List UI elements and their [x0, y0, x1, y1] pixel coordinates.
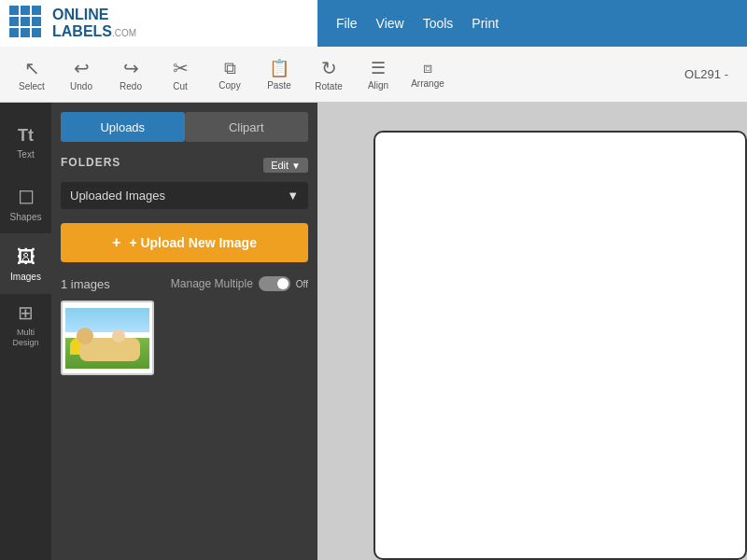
- shapes-icon: ◻: [18, 184, 35, 208]
- edit-label: Edit: [271, 160, 289, 171]
- sidebar-item-multi-design[interactable]: ⊞ MultiDesign: [0, 294, 51, 355]
- menu-view[interactable]: View: [376, 16, 404, 31]
- tab-uploads[interactable]: Uploads: [61, 112, 185, 142]
- sidebar-item-images[interactable]: 🖼 Images: [0, 233, 51, 294]
- arrange-label: Arrange: [411, 78, 444, 89]
- logo-text: ONLINE LABELS.COM: [52, 7, 136, 39]
- top-bar: ONLINE LABELS.COM File View Tools Print: [0, 0, 747, 47]
- align-label: Align: [368, 80, 388, 91]
- dropdown-chevron-icon: ▼: [287, 189, 299, 203]
- canvas-area: [317, 103, 747, 560]
- menu-tools[interactable]: Tools: [423, 16, 454, 31]
- upload-new-image-button[interactable]: + + Upload New Image: [61, 223, 308, 262]
- copy-label: Copy: [218, 80, 240, 91]
- tab-clipart[interactable]: Clipart: [185, 112, 309, 142]
- paste-tool[interactable]: 📋 Paste: [257, 51, 302, 98]
- text-label: Text: [17, 149, 34, 160]
- cut-label: Cut: [173, 81, 188, 91]
- main-area: Tt Text ◻ Shapes 🖼 Images ⊞ MultiDesign …: [0, 103, 747, 560]
- redo-icon: ↪: [123, 57, 139, 79]
- canvas-label: OL291 -: [684, 67, 738, 81]
- thumb-photo: [65, 308, 149, 369]
- sidebar-item-shapes[interactable]: ◻ Shapes: [0, 173, 51, 233]
- shapes-label: Shapes: [10, 212, 42, 222]
- manage-multiple-label: Manage Multiple: [171, 277, 253, 290]
- logo-grid: [9, 6, 45, 41]
- undo-icon: ↩: [74, 57, 90, 79]
- menu-print[interactable]: Print: [472, 16, 499, 31]
- image-thumbnail[interactable]: [61, 301, 154, 375]
- text-icon: Tt: [18, 126, 34, 146]
- edit-chevron-icon: ▼: [291, 161, 301, 171]
- folders-header: FOLDERS Edit ▼: [61, 156, 308, 175]
- copy-icon: ⧉: [224, 59, 236, 78]
- select-tool[interactable]: ↖ Select: [9, 51, 54, 98]
- menu-bar: File View Tools Print: [317, 16, 517, 31]
- folder-selected-label: Uploaded Images: [70, 189, 165, 203]
- align-icon: ☰: [371, 58, 386, 78]
- left-panel: Uploads Clipart FOLDERS Edit ▼ Uploaded …: [51, 103, 317, 560]
- folders-label: FOLDERS: [61, 156, 120, 169]
- toggle-state-label: Off: [296, 279, 308, 289]
- arrange-icon: ⧈: [423, 60, 432, 77]
- canvas-content: [374, 131, 747, 560]
- images-header: 1 images Manage Multiple Off: [61, 276, 308, 291]
- cut-icon: ✂: [173, 57, 189, 79]
- thumbnails-grid: [61, 301, 308, 375]
- folder-dropdown[interactable]: Uploaded Images ▼: [61, 182, 308, 209]
- multi-design-label: MultiDesign: [12, 328, 38, 348]
- manage-multiple-control: Manage Multiple Off: [171, 276, 308, 291]
- multi-design-icon: ⊞: [18, 301, 34, 324]
- rotate-label: Rotate: [315, 81, 342, 91]
- paste-label: Paste: [267, 80, 291, 91]
- redo-label: Redo: [120, 81, 142, 91]
- images-label: Images: [10, 272, 41, 282]
- upload-plus-icon: +: [112, 234, 120, 251]
- menu-file[interactable]: File: [336, 16, 358, 31]
- upload-label: + Upload New Image: [129, 235, 257, 250]
- paste-icon: 📋: [269, 58, 289, 78]
- select-label: Select: [19, 81, 45, 91]
- copy-tool[interactable]: ⧉ Copy: [207, 51, 252, 98]
- images-count: 1 images: [61, 277, 110, 291]
- undo-tool[interactable]: ↩ Undo: [59, 51, 104, 98]
- cut-tool[interactable]: ✂ Cut: [158, 51, 203, 98]
- redo-tool[interactable]: ↪ Redo: [108, 51, 153, 98]
- rotate-icon: ↻: [321, 57, 337, 79]
- sidebar-item-text[interactable]: Tt Text: [0, 112, 51, 173]
- images-icon: 🖼: [17, 246, 35, 268]
- sidebar-icons: Tt Text ◻ Shapes 🖼 Images ⊞ MultiDesign: [0, 103, 51, 560]
- toolbar: ↖ Select ↩ Undo ↪ Redo ✂ Cut ⧉ Copy 📋 Pa…: [0, 47, 747, 103]
- undo-label: Undo: [70, 81, 92, 91]
- logo-area: ONLINE LABELS.COM: [0, 0, 317, 47]
- tab-row: Uploads Clipart: [61, 112, 308, 142]
- logo-com: .COM: [112, 28, 136, 38]
- align-tool[interactable]: ☰ Align: [356, 51, 401, 98]
- arrange-tool[interactable]: ⧈ Arrange: [405, 51, 450, 98]
- select-icon: ↖: [24, 57, 40, 79]
- manage-multiple-toggle[interactable]: [259, 276, 290, 291]
- rotate-tool[interactable]: ↻ Rotate: [306, 51, 351, 98]
- edit-button[interactable]: Edit ▼: [263, 158, 308, 173]
